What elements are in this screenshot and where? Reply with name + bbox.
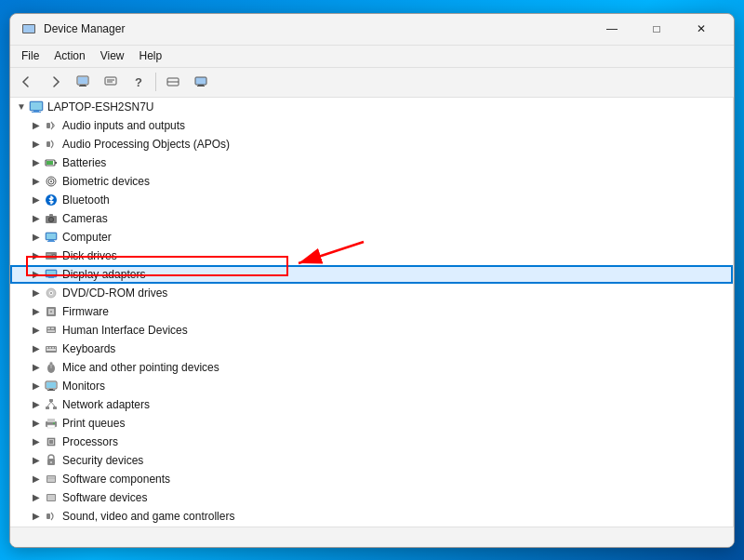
svg-point-38	[53, 255, 55, 257]
svg-rect-40	[46, 256, 51, 257]
firmware-label: Firmware	[62, 305, 109, 318]
apo-icon	[44, 137, 59, 152]
tree-item-dvd[interactable]: ▶ DVD/CD-ROM drives	[10, 284, 733, 302]
biometric-icon	[44, 174, 59, 189]
tree-item-processors[interactable]: ▶ Processors	[10, 433, 733, 451]
security-label: Security devices	[62, 454, 143, 467]
expander[interactable]: ▶	[29, 526, 44, 527]
expander[interactable]: ▶	[29, 321, 44, 340]
firmware-icon	[44, 304, 59, 319]
expander[interactable]: ▶	[29, 116, 44, 135]
svg-rect-2	[26, 33, 32, 33]
app-icon	[21, 21, 36, 36]
expander[interactable]: ▶	[29, 228, 44, 247]
software-devices-icon	[44, 490, 59, 505]
expander[interactable]: ▶	[29, 247, 44, 265]
tree-item-audio-inputs[interactable]: ▶ Audio inputs and outputs	[10, 116, 733, 135]
audio-inputs-label: Audio inputs and outputs	[62, 119, 185, 132]
expander[interactable]: ▶	[29, 209, 44, 228]
tree-item-cameras[interactable]: ▶ Cameras	[10, 209, 733, 228]
expander[interactable]: ▶	[29, 265, 44, 284]
tree-item-mice[interactable]: ▶ Mice and other pointing devices	[10, 358, 733, 377]
tree-item-software-devices[interactable]: ▶ Software devices	[10, 488, 733, 507]
tree-item-biometric[interactable]: ▶ Biometric devices	[10, 172, 733, 191]
help-button[interactable]: ?	[126, 70, 152, 94]
display-button[interactable]	[188, 70, 214, 94]
expander[interactable]: ▶	[29, 507, 44, 526]
maximize-button[interactable]: □	[635, 16, 678, 42]
forward-button[interactable]	[42, 70, 68, 94]
computer-label: Computer	[62, 231, 112, 244]
svg-rect-55	[46, 347, 48, 349]
tree-root[interactable]: ▼ LAPTOP-ESH2SN7U	[10, 98, 733, 116]
monitors-icon	[44, 379, 59, 393]
expander[interactable]: ▶	[29, 135, 44, 153]
minimize-button[interactable]: —	[591, 16, 633, 42]
dvd-icon	[44, 286, 59, 300]
processors-icon	[44, 434, 59, 449]
expander[interactable]: ▶	[29, 470, 44, 488]
expander[interactable]: ▶	[29, 284, 44, 302]
svg-rect-86	[46, 513, 50, 519]
tree-panel[interactable]: ▼ LAPTOP-ESH2SN7U ▶	[10, 98, 734, 527]
tree-item-batteries[interactable]: ▶ Batteries	[10, 153, 733, 172]
audio-icon	[44, 118, 59, 133]
tree-item-disk-drives[interactable]: ▶ Disk drives	[10, 247, 733, 265]
software-components-label: Software components	[62, 473, 170, 486]
menu-view[interactable]: View	[93, 47, 132, 64]
svg-rect-85	[47, 495, 55, 500]
svg-rect-57	[52, 347, 54, 349]
expander[interactable]: ▶	[29, 488, 44, 507]
tree-item-software-components[interactable]: ▶ Software components	[10, 470, 733, 488]
tree-item-sound[interactable]: ▶ Sound, video and game controllers	[10, 507, 733, 526]
back-button[interactable]	[14, 70, 40, 94]
tree-item-monitors[interactable]: ▶ Monitors	[10, 377, 733, 395]
expander[interactable]: ▶	[29, 395, 44, 414]
expander[interactable]: ▶	[29, 191, 44, 209]
tree-item-print[interactable]: ▶ Print queues	[10, 414, 733, 433]
svg-line-70	[47, 402, 51, 407]
scan-button[interactable]	[160, 70, 186, 94]
svg-rect-33	[46, 233, 56, 239]
tree-item-security[interactable]: ▶ Security devices	[10, 451, 733, 470]
tree-item-keyboards[interactable]: ▶ Keyboards	[10, 340, 733, 358]
close-button[interactable]: ✕	[680, 16, 723, 42]
svg-rect-6	[79, 86, 86, 87]
tree-item-hid[interactable]: ▶ Human Interface Devices	[10, 321, 733, 340]
svg-rect-19	[46, 123, 50, 128]
tree-item-storage[interactable]: ▶ Storage controllers	[10, 526, 733, 527]
expander[interactable]: ▶	[29, 153, 44, 172]
network-icon	[44, 397, 59, 412]
svg-rect-74	[47, 425, 55, 428]
tree-item-apo[interactable]: ▶ Audio Processing Objects (APOs)	[10, 135, 733, 153]
status-bar	[10, 527, 734, 547]
update-button[interactable]	[98, 70, 124, 94]
expander[interactable]: ▶	[29, 340, 44, 358]
menu-help[interactable]: Help	[132, 47, 170, 64]
svg-rect-69	[53, 407, 57, 409]
content-wrapper: ▼ LAPTOP-ESH2SN7U ▶	[10, 98, 734, 527]
tree-item-computer[interactable]: ▶ Computer	[10, 228, 733, 247]
svg-point-30	[49, 218, 53, 221]
tree-item-network[interactable]: ▶ Network adapters	[10, 395, 733, 414]
svg-point-62	[50, 362, 53, 366]
expander[interactable]: ▶	[29, 414, 44, 433]
expander[interactable]: ▶	[29, 451, 44, 470]
tree-item-display-adapters[interactable]: ▶ Display adapters	[10, 265, 733, 284]
properties-button[interactable]	[70, 70, 96, 94]
expander[interactable]: ▶	[29, 433, 44, 451]
expander[interactable]: ▶	[29, 172, 44, 191]
svg-rect-18	[32, 112, 41, 113]
tree-item-bluetooth[interactable]: ▶ Bluetooth	[10, 191, 733, 209]
expander[interactable]: ▶	[29, 377, 44, 395]
root-expander[interactable]: ▼	[14, 98, 29, 116]
svg-rect-14	[197, 86, 205, 87]
cameras-icon	[44, 211, 59, 226]
tree-item-firmware[interactable]: ▶ Firmware	[10, 302, 733, 321]
svg-rect-13	[198, 85, 204, 86]
menu-file[interactable]: File	[14, 47, 46, 64]
menu-action[interactable]: Action	[46, 47, 92, 64]
expander[interactable]: ▶	[29, 358, 44, 377]
expander[interactable]: ▶	[29, 302, 44, 321]
svg-rect-39	[46, 254, 51, 255]
